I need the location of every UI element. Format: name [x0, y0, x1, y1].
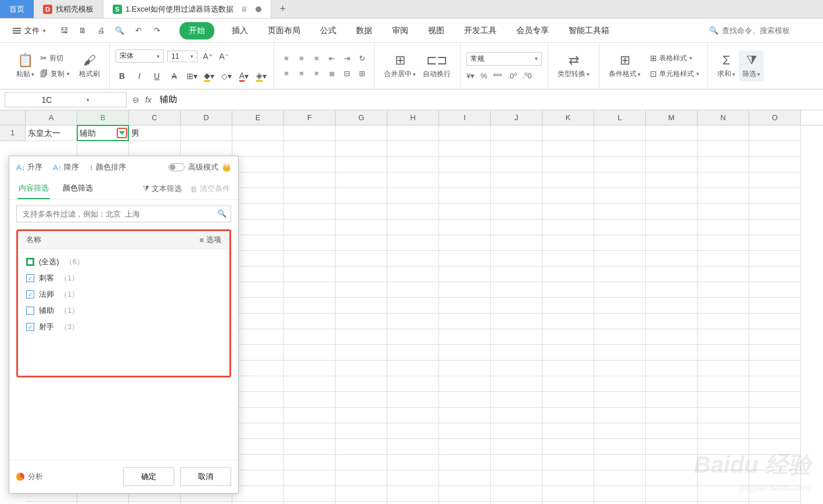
cell-empty[interactable]	[336, 219, 387, 235]
ribbon-tab-data[interactable]: 数据	[354, 22, 375, 39]
cell-empty[interactable]	[698, 345, 749, 361]
cell-H1[interactable]	[387, 125, 439, 141]
analysis-button[interactable]: 分析	[16, 471, 43, 482]
cell-empty[interactable]	[594, 235, 646, 251]
cell-empty[interactable]	[542, 470, 594, 486]
cell-empty[interactable]	[594, 345, 646, 361]
number-format-select[interactable]: 常规▾	[466, 52, 542, 66]
cell-empty[interactable]	[439, 172, 491, 188]
cell-empty[interactable]	[749, 376, 801, 392]
wrap-text-icon[interactable]: ⊞	[355, 67, 368, 80]
cell-empty[interactable]	[698, 470, 749, 486]
cell-empty[interactable]	[646, 172, 698, 188]
cell-empty[interactable]	[439, 470, 491, 486]
cell-empty[interactable]	[594, 298, 646, 314]
cell-empty[interactable]	[387, 219, 439, 235]
cell-empty[interactable]	[336, 392, 387, 408]
cell-empty[interactable]	[387, 376, 439, 392]
cell-empty[interactable]	[542, 361, 594, 376]
cell-empty[interactable]	[439, 392, 491, 408]
cell-empty[interactable]	[491, 267, 542, 282]
cell-empty[interactable]	[284, 141, 336, 157]
cell-empty[interactable]	[698, 157, 749, 172]
cell-empty[interactable]	[542, 298, 594, 314]
cell-empty[interactable]	[646, 392, 698, 408]
cell-empty[interactable]	[387, 361, 439, 376]
cell-empty[interactable]	[232, 345, 284, 361]
cell-empty[interactable]	[491, 298, 542, 314]
cell-empty[interactable]	[491, 157, 542, 172]
cell-empty[interactable]	[387, 314, 439, 329]
cell-empty[interactable]	[491, 172, 542, 188]
save-as-icon[interactable]: 🗎	[77, 26, 88, 36]
cell-empty[interactable]	[491, 408, 542, 423]
cell-empty[interactable]	[284, 314, 336, 329]
cell-empty[interactable]	[181, 141, 232, 157]
cell-empty[interactable]	[232, 282, 284, 298]
cell-empty[interactable]	[181, 502, 232, 504]
cell-empty[interactable]	[491, 361, 542, 376]
cell-empty[interactable]	[698, 219, 749, 235]
ribbon-tab-tools[interactable]: 智能工具箱	[566, 22, 612, 39]
ribbon-tab-insert[interactable]: 插入	[229, 22, 250, 39]
align-top-left[interactable]: ≡	[280, 52, 293, 65]
cell-empty[interactable]	[387, 298, 439, 314]
fx-icon[interactable]: fx	[145, 95, 152, 105]
cell-empty[interactable]	[439, 204, 491, 219]
cell-empty[interactable]	[491, 204, 542, 219]
filter-item[interactable]: 射手（3）	[26, 319, 221, 335]
cell-empty[interactable]	[387, 486, 439, 502]
cell-empty[interactable]	[439, 408, 491, 423]
cell-empty[interactable]	[439, 361, 491, 376]
cell-empty[interactable]	[232, 267, 284, 282]
cell-empty[interactable]	[284, 235, 336, 251]
cell-empty[interactable]	[491, 502, 542, 504]
cell-empty[interactable]	[284, 455, 336, 470]
cell-empty[interactable]	[336, 502, 387, 504]
cell-empty[interactable]	[387, 141, 439, 157]
cell-empty[interactable]	[698, 141, 749, 157]
italic-button[interactable]: I	[133, 70, 146, 82]
cell-empty[interactable]	[491, 392, 542, 408]
cell-empty[interactable]	[387, 392, 439, 408]
command-search[interactable]: 🔍	[709, 26, 815, 35]
redo-icon[interactable]: ↷	[152, 26, 162, 36]
cell-empty[interactable]	[336, 455, 387, 470]
cell-empty[interactable]	[594, 486, 646, 502]
cell-empty[interactable]	[439, 486, 491, 502]
cell-empty[interactable]	[284, 502, 336, 504]
cell-empty[interactable]	[594, 361, 646, 376]
cell-empty[interactable]	[491, 314, 542, 329]
cell-empty[interactable]	[26, 502, 77, 504]
col-header-M[interactable]: M	[646, 110, 698, 125]
cell-empty[interactable]	[646, 298, 698, 314]
cell-empty[interactable]	[491, 219, 542, 235]
bold-button[interactable]: B	[116, 70, 128, 82]
cell-empty[interactable]	[646, 502, 698, 504]
cell-empty[interactable]	[594, 282, 646, 298]
cell-empty[interactable]	[232, 188, 284, 204]
cell-empty[interactable]	[284, 188, 336, 204]
cell-empty[interactable]	[232, 361, 284, 376]
cell-empty[interactable]	[542, 486, 594, 502]
cell-empty[interactable]	[284, 204, 336, 219]
cell-empty[interactable]	[646, 329, 698, 345]
cell-empty[interactable]	[439, 282, 491, 298]
cell-A1[interactable]: 东皇太一	[26, 125, 77, 141]
cell-empty[interactable]	[336, 204, 387, 219]
cell-empty[interactable]	[336, 329, 387, 345]
cell-empty[interactable]	[542, 251, 594, 267]
cell-empty[interactable]	[336, 267, 387, 282]
cell-empty[interactable]	[491, 470, 542, 486]
cell-empty[interactable]	[387, 157, 439, 172]
cell-empty[interactable]	[749, 470, 801, 486]
cell-empty[interactable]	[749, 204, 801, 219]
col-header-O[interactable]: O	[749, 110, 801, 125]
cell-empty[interactable]	[698, 282, 749, 298]
cell-empty[interactable]	[646, 219, 698, 235]
cancel-button[interactable]: 取消	[180, 467, 231, 486]
cell-empty[interactable]	[284, 345, 336, 361]
underline-button[interactable]: U	[150, 70, 163, 82]
cell-empty[interactable]	[646, 188, 698, 204]
align-justify[interactable]: ≣	[325, 67, 338, 80]
